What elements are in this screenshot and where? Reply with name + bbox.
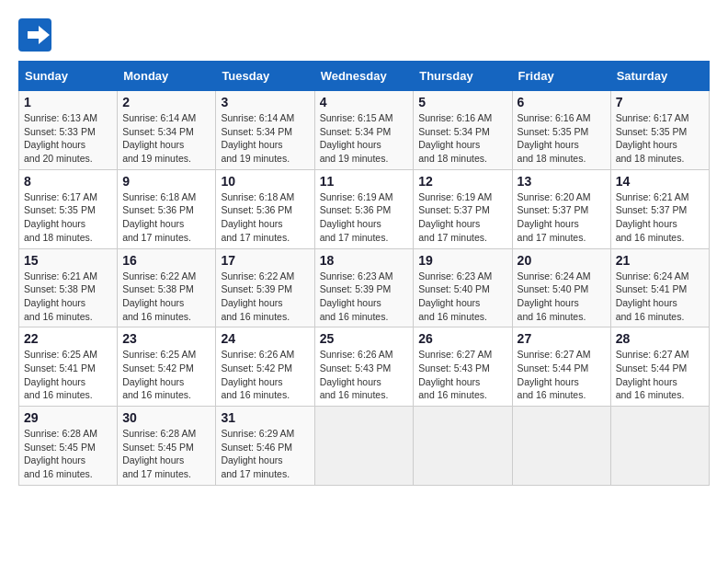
day-info: Sunrise: 6:19 AM Sunset: 5:36 PM Dayligh… — [320, 190, 409, 245]
day-info: Sunrise: 6:15 AM Sunset: 5:34 PM Dayligh… — [320, 111, 409, 166]
day-number: 24 — [221, 331, 309, 346]
day-info: Sunrise: 6:25 AM Sunset: 5:41 PM Dayligh… — [24, 348, 112, 402]
day-info: Sunrise: 6:22 AM Sunset: 5:38 PM Dayligh… — [122, 270, 210, 324]
col-header-saturday: Saturday — [610, 62, 709, 91]
day-number: 14 — [616, 174, 704, 189]
day-info: Sunrise: 6:27 AM Sunset: 5:44 PM Dayligh… — [518, 348, 606, 402]
week-row-4: 22 Sunrise: 6:25 AM Sunset: 5:41 PM Dayl… — [19, 327, 710, 407]
day-cell: 6 Sunrise: 6:16 AM Sunset: 5:35 PM Dayli… — [512, 91, 610, 170]
day-info: Sunrise: 6:28 AM Sunset: 5:45 PM Dayligh… — [122, 427, 210, 481]
day-number: 21 — [616, 253, 704, 268]
day-cell: 26 Sunrise: 6:27 AM Sunset: 5:43 PM Dayl… — [414, 327, 512, 407]
day-number: 8 — [24, 174, 112, 189]
day-number: 2 — [122, 95, 210, 109]
day-cell: 21 Sunrise: 6:24 AM Sunset: 5:41 PM Dayl… — [610, 248, 709, 327]
col-header-friday: Friday — [512, 62, 610, 91]
day-cell: 3 Sunrise: 6:14 AM Sunset: 5:34 PM Dayli… — [216, 91, 314, 170]
header — [18, 18, 710, 52]
day-cell: 16 Sunrise: 6:22 AM Sunset: 5:38 PM Dayl… — [118, 248, 216, 327]
day-cell: 31 Sunrise: 6:29 AM Sunset: 5:46 PM Dayl… — [216, 407, 314, 486]
col-header-monday: Monday — [118, 62, 216, 91]
day-number: 30 — [122, 410, 210, 425]
day-info: Sunrise: 6:22 AM Sunset: 5:39 PM Dayligh… — [221, 270, 309, 324]
day-info: Sunrise: 6:17 AM Sunset: 5:35 PM Dayligh… — [24, 190, 112, 245]
logo — [18, 18, 55, 52]
day-cell: 9 Sunrise: 6:18 AM Sunset: 5:36 PM Dayli… — [118, 169, 216, 248]
day-info: Sunrise: 6:24 AM Sunset: 5:41 PM Dayligh… — [616, 270, 704, 324]
day-number: 5 — [418, 95, 506, 109]
col-header-tuesday: Tuesday — [216, 62, 314, 91]
week-row-3: 15 Sunrise: 6:21 AM Sunset: 5:38 PM Dayl… — [19, 248, 710, 327]
header-row: SundayMondayTuesdayWednesdayThursdayFrid… — [19, 62, 710, 91]
day-info: Sunrise: 6:13 AM Sunset: 5:33 PM Dayligh… — [24, 111, 112, 166]
day-cell: 7 Sunrise: 6:17 AM Sunset: 5:35 PM Dayli… — [610, 91, 709, 170]
day-number: 23 — [122, 331, 210, 346]
day-cell: 20 Sunrise: 6:24 AM Sunset: 5:40 PM Dayl… — [512, 248, 610, 327]
day-cell: 17 Sunrise: 6:22 AM Sunset: 5:39 PM Dayl… — [216, 248, 314, 327]
day-number: 11 — [320, 174, 409, 189]
day-number: 4 — [320, 95, 409, 109]
day-info: Sunrise: 6:26 AM Sunset: 5:42 PM Dayligh… — [221, 348, 309, 402]
day-cell: 18 Sunrise: 6:23 AM Sunset: 5:39 PM Dayl… — [314, 248, 414, 327]
day-cell: 19 Sunrise: 6:23 AM Sunset: 5:40 PM Dayl… — [414, 248, 512, 327]
day-number: 27 — [518, 331, 606, 346]
day-info: Sunrise: 6:23 AM Sunset: 5:40 PM Dayligh… — [418, 270, 506, 324]
day-cell: 27 Sunrise: 6:27 AM Sunset: 5:44 PM Dayl… — [512, 327, 610, 407]
day-cell: 24 Sunrise: 6:26 AM Sunset: 5:42 PM Dayl… — [216, 327, 314, 407]
col-header-thursday: Thursday — [414, 62, 512, 91]
day-number: 20 — [518, 253, 606, 268]
day-info: Sunrise: 6:17 AM Sunset: 5:35 PM Dayligh… — [616, 111, 704, 166]
week-row-1: 1 Sunrise: 6:13 AM Sunset: 5:33 PM Dayli… — [19, 91, 710, 170]
day-info: Sunrise: 6:18 AM Sunset: 5:36 PM Dayligh… — [221, 190, 309, 245]
day-info: Sunrise: 6:27 AM Sunset: 5:43 PM Dayligh… — [418, 348, 506, 402]
day-info: Sunrise: 6:26 AM Sunset: 5:43 PM Dayligh… — [320, 348, 409, 402]
day-info: Sunrise: 6:21 AM Sunset: 5:37 PM Dayligh… — [616, 190, 704, 245]
day-number: 1 — [24, 95, 112, 109]
day-cell: 4 Sunrise: 6:15 AM Sunset: 5:34 PM Dayli… — [314, 91, 414, 170]
day-number: 22 — [24, 331, 112, 346]
col-header-sunday: Sunday — [19, 62, 118, 91]
day-number: 29 — [24, 410, 112, 425]
day-info: Sunrise: 6:21 AM Sunset: 5:38 PM Dayligh… — [24, 270, 112, 324]
day-number: 18 — [320, 253, 409, 268]
day-number: 26 — [418, 331, 506, 346]
calendar: SundayMondayTuesdayWednesdayThursdayFrid… — [18, 61, 710, 486]
day-number: 7 — [616, 95, 704, 109]
day-info: Sunrise: 6:16 AM Sunset: 5:34 PM Dayligh… — [418, 111, 506, 166]
day-cell: 14 Sunrise: 6:21 AM Sunset: 5:37 PM Dayl… — [610, 169, 709, 248]
col-header-wednesday: Wednesday — [314, 62, 414, 91]
day-cell — [610, 407, 709, 486]
day-info: Sunrise: 6:25 AM Sunset: 5:42 PM Dayligh… — [122, 348, 210, 402]
day-info: Sunrise: 6:18 AM Sunset: 5:36 PM Dayligh… — [122, 190, 210, 245]
day-cell: 5 Sunrise: 6:16 AM Sunset: 5:34 PM Dayli… — [414, 91, 512, 170]
day-info: Sunrise: 6:14 AM Sunset: 5:34 PM Dayligh… — [122, 111, 210, 166]
day-info: Sunrise: 6:19 AM Sunset: 5:37 PM Dayligh… — [418, 190, 506, 245]
day-cell: 10 Sunrise: 6:18 AM Sunset: 5:36 PM Dayl… — [216, 169, 314, 248]
day-info: Sunrise: 6:29 AM Sunset: 5:46 PM Dayligh… — [221, 427, 309, 481]
day-cell: 28 Sunrise: 6:27 AM Sunset: 5:44 PM Dayl… — [610, 327, 709, 407]
day-cell: 11 Sunrise: 6:19 AM Sunset: 5:36 PM Dayl… — [314, 169, 414, 248]
day-cell — [512, 407, 610, 486]
day-cell: 30 Sunrise: 6:28 AM Sunset: 5:45 PM Dayl… — [118, 407, 216, 486]
day-info: Sunrise: 6:28 AM Sunset: 5:45 PM Dayligh… — [24, 427, 112, 481]
day-cell: 29 Sunrise: 6:28 AM Sunset: 5:45 PM Dayl… — [19, 407, 118, 486]
day-number: 28 — [616, 331, 704, 346]
day-cell: 2 Sunrise: 6:14 AM Sunset: 5:34 PM Dayli… — [118, 91, 216, 170]
day-cell: 12 Sunrise: 6:19 AM Sunset: 5:37 PM Dayl… — [414, 169, 512, 248]
day-number: 10 — [221, 174, 309, 189]
day-number: 3 — [221, 95, 309, 109]
day-info: Sunrise: 6:27 AM Sunset: 5:44 PM Dayligh… — [616, 348, 704, 402]
day-number: 13 — [518, 174, 606, 189]
day-info: Sunrise: 6:24 AM Sunset: 5:40 PM Dayligh… — [518, 270, 606, 324]
day-info: Sunrise: 6:20 AM Sunset: 5:37 PM Dayligh… — [518, 190, 606, 245]
day-cell: 25 Sunrise: 6:26 AM Sunset: 5:43 PM Dayl… — [314, 327, 414, 407]
day-info: Sunrise: 6:16 AM Sunset: 5:35 PM Dayligh… — [518, 111, 606, 166]
week-row-5: 29 Sunrise: 6:28 AM Sunset: 5:45 PM Dayl… — [19, 407, 710, 486]
day-number: 6 — [518, 95, 606, 109]
day-cell — [314, 407, 414, 486]
day-number: 16 — [122, 253, 210, 268]
day-info: Sunrise: 6:23 AM Sunset: 5:39 PM Dayligh… — [320, 270, 409, 324]
day-cell: 15 Sunrise: 6:21 AM Sunset: 5:38 PM Dayl… — [19, 248, 118, 327]
week-row-2: 8 Sunrise: 6:17 AM Sunset: 5:35 PM Dayli… — [19, 169, 710, 248]
day-number: 15 — [24, 253, 112, 268]
